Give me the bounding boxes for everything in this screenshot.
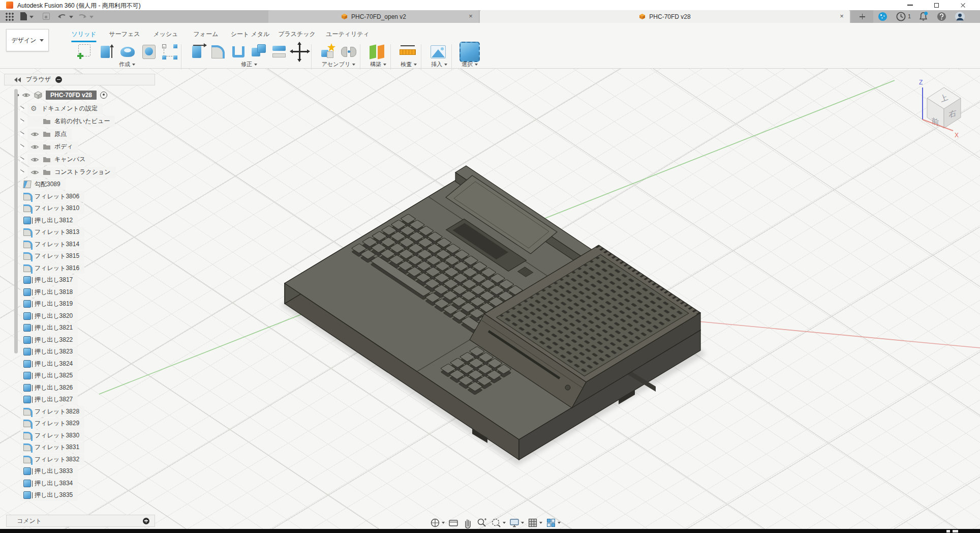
browser-header[interactable]: ブラウザ — [4, 74, 155, 85]
zoom-window-tool[interactable] — [491, 517, 506, 528]
move-copy-icon[interactable] — [291, 43, 309, 61]
ribbon-group-dropdown[interactable]: 検査 — [401, 61, 417, 68]
expand-icon[interactable] — [20, 132, 24, 137]
measure-icon[interactable] — [399, 43, 417, 61]
feature-row[interactable]: 押し出し3817 — [4, 274, 155, 286]
new-component-icon[interactable] — [319, 43, 338, 61]
ribbon-tab[interactable]: プラスチック — [278, 30, 316, 41]
feature-row[interactable]: 押し出し3833 — [4, 465, 155, 478]
job-status-icon[interactable] — [896, 11, 906, 22]
feature-row[interactable]: 押し出し3821 — [4, 322, 155, 334]
joint-icon[interactable] — [340, 43, 358, 61]
feature-row[interactable]: フィレット3815 — [4, 250, 155, 262]
user-avatar[interactable] — [955, 11, 965, 22]
offset-face-icon[interactable] — [270, 43, 289, 61]
collapse-all-icon[interactable] — [55, 76, 62, 83]
expand-icon[interactable] — [20, 170, 24, 175]
create-sketch-icon[interactable] — [76, 43, 95, 61]
grid-layout-tool[interactable] — [527, 517, 542, 528]
expand-icon[interactable] — [20, 106, 24, 111]
redo-icon[interactable] — [77, 12, 87, 21]
viewports-caret-icon[interactable] — [558, 522, 561, 524]
feature-row[interactable]: フィレット3814 — [4, 239, 155, 251]
feature-row[interactable]: 押し出し3824 — [4, 358, 155, 370]
feature-row[interactable]: フィレット3816 — [4, 262, 155, 275]
feature-row[interactable]: 押し出し3825 — [4, 370, 155, 382]
ribbon-tab[interactable]: サーフェス — [109, 30, 140, 41]
eye-icon[interactable] — [30, 144, 39, 150]
undo-icon[interactable] — [57, 12, 67, 21]
view-cube[interactable]: 上 前 右 Z X — [905, 71, 980, 142]
ribbon-group-dropdown[interactable]: アセンブリ — [322, 61, 355, 68]
feature-row[interactable]: 押し出し3818 — [4, 286, 155, 299]
feature-row[interactable]: 押し出し3834 — [4, 478, 155, 490]
tab-close-icon[interactable]: × — [838, 13, 845, 20]
browser-group-row[interactable]: ⚙ キャンバス — [4, 153, 155, 166]
pan-tool[interactable] — [462, 517, 473, 528]
insert-canvas-icon[interactable] — [429, 43, 447, 61]
file-icon[interactable] — [20, 12, 27, 20]
root-document-name[interactable]: PHC-70FD v28 — [46, 91, 97, 100]
browser-scrollbar[interactable] — [14, 89, 18, 353]
document-tab-inactive[interactable]: PHC-70FD_open v2 × — [268, 10, 479, 23]
feature-row[interactable]: 押し出し3812 — [4, 215, 155, 227]
construction-plane-icon[interactable] — [368, 43, 386, 61]
close-button[interactable] — [953, 0, 973, 10]
help-icon[interactable] — [936, 11, 947, 22]
save-icon[interactable] — [43, 13, 50, 20]
browser-group-row[interactable]: ⚙ 原点 — [4, 128, 155, 140]
minimize-button[interactable] — [900, 0, 920, 10]
undo-caret-icon[interactable] — [69, 16, 73, 18]
collapse-panel-icon[interactable] — [14, 77, 21, 82]
browser-group-row[interactable]: ⚙ コンストラクション — [4, 166, 155, 179]
browser-root-row[interactable]: PHC-70FD v28 — [4, 87, 155, 102]
feature-row[interactable]: フィレット3806 — [4, 191, 155, 203]
ribbon-tab[interactable]: メッシュ — [153, 30, 178, 41]
notification-bell-icon[interactable] — [918, 11, 929, 22]
feature-row[interactable]: 押し出し3826 — [4, 382, 155, 394]
feature-row[interactable]: フィレット3832 — [4, 454, 155, 466]
feature-row[interactable]: 押し出し3820 — [4, 310, 155, 322]
expand-icon[interactable] — [20, 157, 24, 162]
app-menu-icon[interactable] — [5, 12, 14, 21]
zoom-window-caret-icon[interactable] — [503, 522, 506, 524]
ribbon-tab[interactable]: ソリッド — [71, 30, 96, 42]
pattern-icon[interactable] — [161, 43, 179, 61]
shell-icon[interactable] — [230, 43, 248, 61]
ribbon-tab[interactable]: フォーム — [194, 30, 219, 41]
ribbon-group-dropdown[interactable]: 選択 — [462, 61, 478, 68]
ribbon-group-dropdown[interactable]: 修正 — [241, 61, 257, 68]
ribbon-group-dropdown[interactable]: 作成 — [119, 61, 135, 68]
feature-row[interactable]: フィレット3810 — [4, 202, 155, 215]
press-pull-icon[interactable] — [189, 43, 207, 61]
feature-row[interactable]: 押し出し3823 — [4, 346, 155, 358]
eye-icon[interactable] — [22, 92, 30, 98]
fillet-icon[interactable] — [209, 43, 228, 61]
expand-icon[interactable] — [20, 119, 24, 124]
combine-icon[interactable] — [250, 43, 268, 61]
browser-group-row[interactable]: ⚙ 名前の付いたビュー — [4, 115, 155, 128]
feature-row[interactable]: 押し出し3819 — [4, 298, 155, 310]
redo-caret-icon[interactable] — [89, 16, 94, 18]
ribbon-tab[interactable]: ユーティリティ — [326, 30, 370, 41]
feature-row[interactable]: フィレット3828 — [4, 406, 155, 418]
new-tab-button[interactable] — [851, 10, 873, 23]
document-tab-active[interactable]: PHC-70FD v28 × — [480, 10, 850, 23]
expand-icon[interactable] — [20, 144, 24, 150]
orbit-caret-icon[interactable] — [442, 522, 445, 524]
extension-icon[interactable] — [877, 11, 888, 22]
eye-icon[interactable] — [30, 131, 39, 137]
orbit-tool[interactable] — [430, 517, 445, 528]
maximize-button[interactable] — [926, 0, 946, 10]
ribbon-tab[interactable]: シート メタル — [231, 30, 270, 41]
tab-close-icon[interactable]: × — [467, 13, 474, 20]
browser-group-row[interactable]: ⚙ ボディ — [4, 140, 155, 153]
ribbon-group-dropdown[interactable]: 挿入 — [431, 61, 447, 68]
ribbon-group-dropdown[interactable]: 構築 — [370, 61, 386, 68]
zoom-tool[interactable] — [476, 517, 487, 528]
feature-row[interactable]: 押し出し3822 — [4, 334, 155, 346]
revolve-icon[interactable] — [119, 43, 137, 61]
grid-caret-icon[interactable] — [539, 522, 542, 524]
primitive-icon[interactable] — [140, 43, 159, 61]
file-caret-icon[interactable] — [29, 16, 34, 18]
